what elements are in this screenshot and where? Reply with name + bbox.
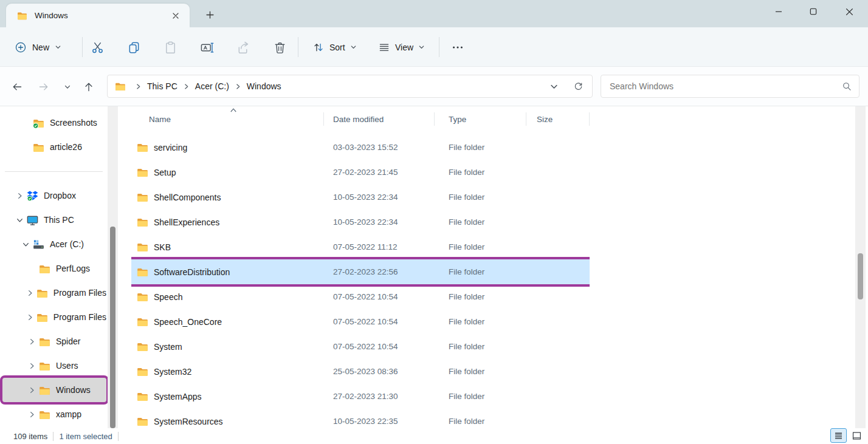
- column-label: Size: [537, 115, 553, 124]
- file-row-servicing[interactable]: servicing03-03-2023 15:52File folder: [131, 135, 590, 160]
- file-row-systemapps[interactable]: SystemApps27-02-2023 21:30File folder: [131, 384, 590, 409]
- tab-title: Windows: [35, 11, 168, 20]
- file-date-modified: 03-03-2023 15:52: [324, 135, 435, 160]
- sort-arrows-icon: [312, 41, 325, 53]
- sidebar-item-acer-c[interactable]: Acer (C:): [2, 232, 106, 256]
- chevron-right-icon[interactable]: [24, 411, 39, 418]
- search-icon[interactable]: [842, 81, 852, 91]
- folder-icon: [137, 266, 148, 278]
- chevron-down-icon[interactable]: [18, 241, 33, 248]
- file-name: Speech: [154, 292, 182, 302]
- file-row-systemresources[interactable]: SystemResources10-05-2023 22:35File fold…: [131, 409, 590, 428]
- toolbar-separator: [82, 37, 83, 57]
- file-date-modified: 07-05-2022 10:54: [324, 334, 435, 359]
- cut-button[interactable]: [85, 35, 109, 60]
- address-bar[interactable]: This PC Acer (C:) Windows: [107, 75, 593, 98]
- share-button[interactable]: [231, 35, 255, 60]
- sidebar-item-label: Windows: [56, 385, 91, 395]
- file-row-speech-onecore[interactable]: Speech_OneCore07-05-2022 10:54File folde…: [131, 309, 590, 334]
- chevron-spacer: [24, 265, 39, 272]
- folder-icon: [137, 191, 148, 203]
- explorer-tab[interactable]: Windows: [6, 4, 190, 27]
- sidebar-item-program-files[interactable]: Program Files: [2, 305, 106, 329]
- folder-sync-icon: [33, 117, 44, 129]
- refresh-button[interactable]: [570, 78, 586, 94]
- maximize-button[interactable]: [801, 2, 825, 21]
- file-row-speech[interactable]: Speech07-05-2022 10:54File folder: [131, 284, 590, 309]
- search-box[interactable]: [601, 75, 859, 98]
- thumbnails-view-button[interactable]: [849, 428, 865, 443]
- search-input[interactable]: [610, 81, 842, 91]
- file-name-cell: servicing: [131, 135, 324, 160]
- forward-button[interactable]: [34, 77, 53, 97]
- sort-button[interactable]: Sort: [306, 36, 363, 58]
- chevron-right-icon[interactable]: [24, 313, 36, 321]
- minimize-button[interactable]: [766, 2, 791, 21]
- details-view-icon: [833, 431, 844, 441]
- sidebar-item-dropbox[interactable]: Dropbox: [2, 183, 106, 208]
- file-size: [526, 284, 590, 309]
- rename-button[interactable]: [195, 35, 219, 60]
- maximize-icon: [810, 8, 817, 15]
- sidebar-divider: [0, 159, 108, 183]
- file-row-shellexperiences[interactable]: ShellExperiences10-05-2023 22:34File fol…: [131, 210, 590, 234]
- sidebar-scrollbar-thumb[interactable]: [110, 227, 115, 428]
- chevron-right-icon[interactable]: [183, 83, 190, 90]
- file-row-skb[interactable]: SKB07-05-2022 11:12File folder: [131, 234, 590, 259]
- sidebar-item-this-pc[interactable]: This PC: [2, 208, 106, 232]
- file-type: File folder: [435, 160, 526, 185]
- folder-icon: [17, 10, 27, 21]
- chevron-right-icon[interactable]: [135, 83, 142, 90]
- chevron-down-icon[interactable]: [12, 216, 27, 224]
- breadcrumb-acer-c[interactable]: Acer (C:): [194, 80, 230, 93]
- sidebar-item-spider[interactable]: Spider: [2, 329, 106, 353]
- copy-button[interactable]: [122, 35, 146, 60]
- up-button[interactable]: [79, 77, 98, 97]
- new-tab-button[interactable]: [202, 7, 218, 22]
- breadcrumb-windows[interactable]: Windows: [246, 80, 283, 93]
- details-view-button[interactable]: [830, 428, 847, 443]
- sidebar-item-windows[interactable]: Windows: [2, 378, 106, 402]
- chevron-right-icon[interactable]: [24, 338, 39, 345]
- file-row-softwaredistribution[interactable]: SoftwareDistribution27-02-2023 22:56File…: [131, 259, 590, 284]
- sidebar-item-article26[interactable]: article26: [2, 135, 106, 159]
- chevron-right-icon[interactable]: [12, 192, 27, 199]
- column-header-size[interactable]: Size: [526, 108, 590, 130]
- file-size: [526, 210, 590, 234]
- column-header-name[interactable]: Name: [131, 108, 324, 130]
- file-row-system[interactable]: System07-05-2022 10:54File folder: [131, 334, 590, 359]
- close-button[interactable]: [837, 2, 861, 21]
- recent-locations-button[interactable]: [58, 77, 77, 97]
- tab-close-icon[interactable]: [168, 8, 184, 24]
- breadcrumb-this-pc[interactable]: This PC: [146, 80, 179, 93]
- chevron-down-icon: [549, 82, 559, 91]
- column-header-date-modified[interactable]: Date modified: [324, 108, 435, 130]
- sidebar-item-perflogs[interactable]: PerfLogs: [2, 256, 106, 281]
- sidebar-item-screenshots[interactable]: Screenshots: [2, 111, 106, 135]
- sidebar-item-xampp[interactable]: xampp: [2, 402, 106, 426]
- column-header-type[interactable]: Type: [435, 108, 526, 130]
- new-button[interactable]: New: [9, 36, 67, 58]
- delete-button[interactable]: [267, 35, 292, 60]
- view-button[interactable]: View: [372, 36, 431, 58]
- sidebar-item-users[interactable]: Users: [2, 353, 106, 378]
- file-row-shellcomponents[interactable]: ShellComponents10-05-2023 22:34File fold…: [131, 185, 590, 210]
- chevron-right-icon[interactable]: [24, 362, 39, 369]
- file-row-system32[interactable]: System3225-05-2023 08:36File folder: [131, 359, 590, 384]
- chevron-down-icon: [64, 83, 71, 91]
- file-row-setup[interactable]: Setup27-02-2023 21:45File folder: [131, 160, 590, 185]
- main-scrollbar-thumb[interactable]: [858, 253, 863, 299]
- file-type: File folder: [435, 409, 526, 428]
- address-dropdown-button[interactable]: [546, 78, 562, 94]
- folder-icon: [137, 341, 148, 352]
- paste-button[interactable]: [158, 35, 182, 60]
- chevron-right-icon[interactable]: [24, 386, 39, 394]
- file-type: File folder: [435, 259, 526, 284]
- sidebar-item-program-files[interactable]: Program Files: [2, 281, 106, 305]
- file-name: SoftwareDistribution: [154, 267, 230, 277]
- more-options-button[interactable]: [446, 35, 470, 60]
- chevron-right-icon[interactable]: [24, 289, 36, 296]
- chevron-right-icon[interactable]: [235, 83, 241, 90]
- back-button[interactable]: [7, 77, 27, 97]
- chevron-down-icon: [350, 44, 357, 50]
